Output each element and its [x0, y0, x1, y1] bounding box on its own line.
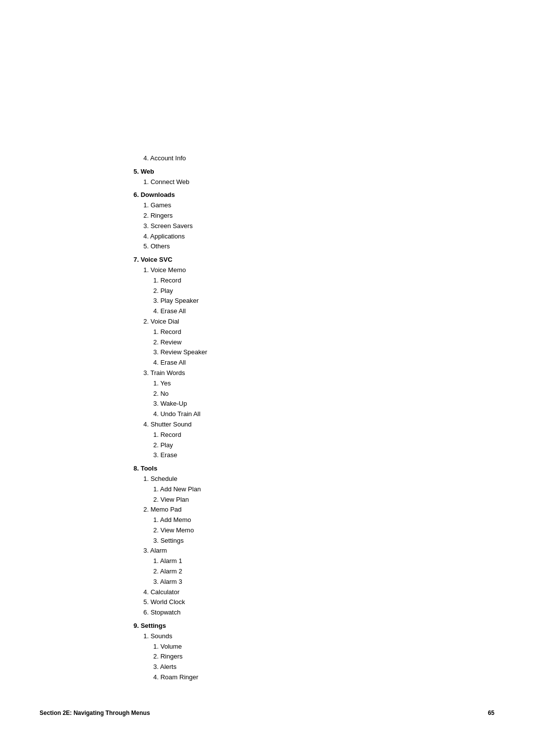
list-item: 2. View Memo — [153, 525, 400, 536]
list-item: 2. Review — [153, 337, 400, 348]
list-item: 2. View Plan — [153, 495, 400, 505]
list-item: 2. Alarm 2 — [153, 567, 400, 577]
list-item: 4. Erase All — [153, 358, 400, 368]
list-item: 4. Account Info — [143, 153, 400, 164]
list-item: 1. Record — [153, 276, 400, 286]
list-item: 3. Train Words — [143, 368, 400, 378]
list-item: 4. Calculator — [143, 587, 400, 598]
list-item: 3. Alarm 3 — [153, 577, 400, 587]
list-item: 1. Sounds — [143, 631, 400, 642]
list-item: 1. Games — [143, 200, 400, 211]
list-item: 6. Downloads — [134, 190, 400, 200]
list-item: 2. No — [153, 389, 400, 399]
list-item: 3. Alarm — [143, 546, 400, 556]
list-item: 3. Screen Savers — [143, 221, 400, 232]
page-content: 4. Account Info5. Web1. Connect Web6. Do… — [134, 153, 400, 683]
footer: Section 2E: Navigating Through Menus 65 — [0, 709, 534, 716]
list-item: 2. Play — [153, 440, 400, 451]
list-item: 4. Undo Train All — [153, 409, 400, 420]
list-item: 1. Voice Memo — [143, 265, 400, 276]
list-item: 3. Settings — [153, 536, 400, 546]
list-item: 1. Record — [153, 327, 400, 337]
list-item: 1. Add Memo — [153, 515, 400, 525]
list-item: 5. Others — [143, 241, 400, 252]
list-item: 2. Play — [153, 286, 400, 296]
list-item: 3. Play Speaker — [153, 296, 400, 306]
list-item: 5. Web — [134, 167, 400, 177]
list-item: 2. Voice Dial — [143, 317, 400, 327]
list-item: 2. Ringers — [153, 652, 400, 662]
list-item: 3. Erase — [153, 450, 400, 461]
footer-page-number: 65 — [488, 709, 494, 716]
list-item: 8. Tools — [134, 464, 400, 474]
list-item: 6. Stopwatch — [143, 608, 400, 618]
list-item: 1. Alarm 1 — [153, 556, 400, 567]
list-item: 3. Alerts — [153, 662, 400, 672]
list-item: 4. Shutter Sound — [143, 420, 400, 430]
list-item: 2. Memo Pad — [143, 505, 400, 515]
list-item: 3. Review Speaker — [153, 347, 400, 358]
list-item: 4. Applications — [143, 232, 400, 242]
list-item: 1. Yes — [153, 378, 400, 389]
list-item: 1. Volume — [153, 642, 400, 652]
list-item: 1. Connect Web — [143, 177, 400, 188]
footer-section-label: Section 2E: Navigating Through Menus — [40, 709, 150, 716]
list-item: 1. Schedule — [143, 474, 400, 484]
list-item: 5. World Clock — [143, 597, 400, 608]
list-item: 9. Settings — [134, 621, 400, 631]
list-item: 4. Roam Ringer — [153, 672, 400, 683]
list-item: 3. Wake-Up — [153, 399, 400, 409]
list-item: 1. Record — [153, 430, 400, 440]
list-item: 2. Ringers — [143, 211, 400, 221]
list-item: 1. Add New Plan — [153, 484, 400, 495]
list-item: 4. Erase All — [153, 306, 400, 317]
list-item: 7. Voice SVC — [134, 255, 400, 265]
